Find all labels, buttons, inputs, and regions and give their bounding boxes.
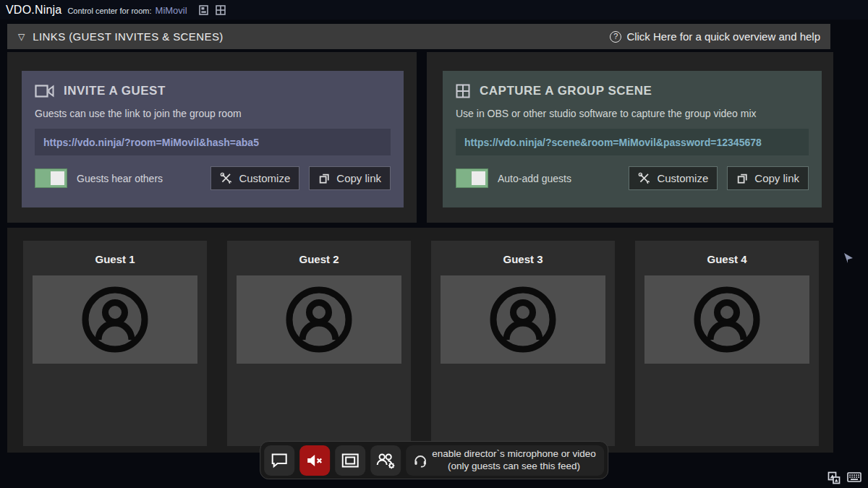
window-grid-icon[interactable] — [216, 5, 226, 15]
capture-panel-subtitle: Use in OBS or other studio software to c… — [456, 108, 809, 119]
capture-customize-label: Customize — [657, 172, 708, 184]
links-header-label: LINKS (GUEST INVITES & SCENES) — [33, 30, 223, 43]
guest-name: Guest 1 — [23, 253, 207, 265]
guest-name: Guest 3 — [431, 253, 615, 265]
app-subtitle: Control center for room: — [67, 7, 151, 15]
invite-panel-subtitle: Guests can use the link to join the grou… — [35, 108, 391, 119]
guest-tile-2[interactable]: Guest 2 — [227, 241, 411, 446]
guest-tile-3[interactable]: Guest 3 — [431, 241, 615, 446]
capture-copy-link-button[interactable]: Copy link — [727, 166, 809, 190]
layout-button[interactable] — [335, 445, 365, 476]
person-avatar-icon — [283, 283, 355, 356]
users-settings-icon — [375, 452, 396, 469]
toggle-knob — [472, 171, 485, 185]
invite-copy-link-button[interactable]: Copy link — [309, 166, 391, 190]
director-note-line1: enable director`s microphone or video — [432, 448, 596, 459]
guest-name: Guest 4 — [635, 253, 819, 265]
mute-speaker-button[interactable] — [299, 445, 330, 476]
keyboard-icon[interactable] — [847, 471, 861, 484]
invite-panel-title: INVITE A GUEST — [64, 84, 166, 98]
tools-icon — [220, 172, 232, 184]
video-camera-icon — [35, 84, 54, 98]
system-tray-icons — [827, 471, 861, 484]
toggle-knob — [51, 171, 64, 185]
chevron-down-icon: ▽ — [18, 32, 25, 42]
headset-icon — [414, 453, 427, 468]
guests-hear-others-label: Guests hear others — [77, 173, 163, 184]
guests-settings-button[interactable] — [370, 445, 401, 476]
capture-scene-panel: CAPTURE A GROUP SCENE Use in OBS or othe… — [443, 71, 822, 207]
director-note-text: enable director`s microphone or video (o… — [432, 448, 596, 473]
person-avatar-icon — [487, 283, 559, 356]
badge-icon[interactable] — [199, 5, 208, 15]
layout-icon — [341, 453, 359, 468]
auto-add-guests-toggle[interactable] — [456, 168, 488, 188]
capture-customize-button[interactable]: Customize — [629, 166, 718, 190]
copy-icon — [736, 172, 748, 184]
guest-video-placeholder — [33, 275, 197, 364]
expand-arrow-icon[interactable] — [843, 252, 854, 264]
guest-video-placeholder — [237, 275, 401, 364]
help-text: Click Here for a quick overview and help — [626, 30, 820, 43]
guest-tile-1[interactable]: Guest 1 — [23, 241, 207, 446]
capture-section-container: CAPTURE A GROUP SCENE Use in OBS or othe… — [427, 52, 833, 223]
room-name: MiMovil — [156, 5, 187, 16]
grid-scene-icon — [456, 84, 470, 98]
invite-section-container: INVITE A GUEST Guests can use the link t… — [7, 52, 417, 223]
chat-icon — [271, 453, 288, 468]
help-link[interactable]: ? Click Here for a quick overview and he… — [610, 30, 820, 43]
app-bar: VDO.Ninja Control center for room: MiMov… — [0, 0, 868, 20]
guest-name: Guest 2 — [227, 253, 411, 265]
speaker-muted-icon — [306, 453, 323, 468]
guest-video-placeholder — [441, 275, 605, 364]
layers-icon[interactable] — [827, 471, 841, 484]
capture-url-field[interactable]: https://vdo.ninja/?scene&room=MiMovil&pa… — [456, 129, 809, 155]
person-avatar-icon — [79, 283, 151, 356]
enable-director-media-button[interactable]: enable director`s microphone or video (o… — [406, 445, 604, 476]
invite-url-field[interactable]: https://vdo.ninja/?room=MiMovil&hash=aba… — [35, 129, 391, 155]
auto-add-guests-label: Auto-add guests — [498, 173, 571, 184]
tools-icon — [638, 172, 650, 184]
help-icon: ? — [610, 31, 621, 43]
guest-video-placeholder — [644, 275, 809, 364]
person-avatar-icon — [691, 283, 763, 356]
director-note-line2: (only guests can see this feed) — [448, 461, 580, 471]
director-toolbar: enable director`s microphone or video (o… — [260, 441, 608, 479]
copy-icon — [318, 172, 330, 184]
app-title: VDO.Ninja — [6, 4, 61, 17]
invite-customize-label: Customize — [239, 172, 290, 184]
guest-tile-4[interactable]: Guest 4 — [635, 241, 819, 446]
guests-section: Guest 1 Guest 2 Guest 3 Guest 4 — [7, 228, 833, 453]
chat-button[interactable] — [264, 445, 294, 476]
links-collapse-toggle[interactable]: ▽ LINKS (GUEST INVITES & SCENES) — [18, 30, 224, 43]
links-header-bar: ▽ LINKS (GUEST INVITES & SCENES) ? Click… — [7, 24, 830, 49]
invite-guest-panel: INVITE A GUEST Guests can use the link t… — [22, 71, 404, 207]
capture-copy-link-label: Copy link — [754, 172, 799, 184]
invite-copy-link-label: Copy link — [336, 172, 381, 184]
capture-panel-title: CAPTURE A GROUP SCENE — [480, 84, 652, 98]
guests-hear-others-toggle[interactable] — [35, 168, 67, 188]
invite-customize-button[interactable]: Customize — [210, 166, 299, 190]
